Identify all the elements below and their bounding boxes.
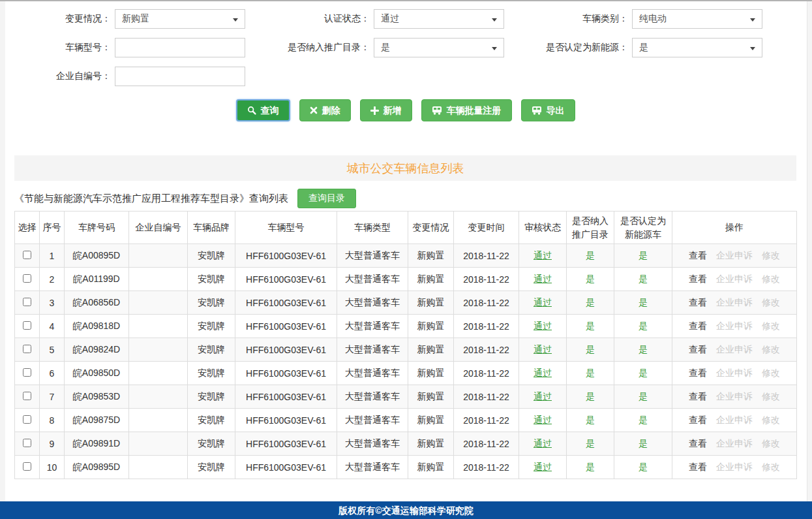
view-link[interactable]: 查看 [689,297,707,307]
modify-link[interactable]: 修改 [762,368,780,378]
audit-status-link[interactable]: 通过 [534,344,552,354]
audit-status-link[interactable]: 通过 [534,368,552,378]
company-number-input[interactable] [115,67,245,86]
delete-button-label: 删除 [322,106,340,115]
view-link[interactable]: 查看 [689,274,707,284]
column-header-12: 操作 [672,212,797,244]
operations-cell: 查看 企业申诉 修改 [672,362,797,385]
list-title-band: 城市公交车辆信息列表 [14,155,796,181]
close-icon [310,106,318,114]
audit-status-link[interactable]: 通过 [534,391,552,401]
query-button[interactable]: 查询 [236,99,290,121]
in-catalog-cell: 是 [567,362,614,385]
view-link[interactable]: 查看 [689,250,707,260]
modify-link[interactable]: 修改 [762,415,780,425]
column-header-1: 序号 [40,212,65,244]
in-catalog-cell: 是 [567,291,614,315]
company-appeal-link[interactable]: 企业申诉 [716,344,753,354]
is-new-energy-select[interactable]: 是 [632,38,762,57]
field-cert-status: 认证状态： 通过 [245,9,504,29]
audit-status-link[interactable]: 通过 [534,462,552,472]
brand-cell: 安凯牌 [188,362,235,385]
audit-status-link[interactable]: 通过 [534,415,552,425]
change-status-cell: 新购置 [408,385,454,409]
page-title: 城市公交车辆信息列表 [347,161,464,176]
row-checkbox[interactable] [23,392,31,400]
company-appeal-link[interactable]: 企业申诉 [716,250,753,260]
model-cell: HFF6100G03EV-61 [235,456,337,479]
modify-link[interactable]: 修改 [762,344,780,354]
audit-status-link[interactable]: 通过 [534,297,552,307]
query-catalog-button[interactable]: 查询目录 [297,189,356,208]
export-button-label: 导出 [547,106,565,115]
add-button-label: 新增 [383,106,402,115]
vehicle-category-select[interactable]: 纯电动 [632,9,762,29]
delete-button[interactable]: 删除 [299,99,351,121]
scrollbar-track[interactable] [807,1,812,519]
operations-cell: 查看 企业申诉 修改 [672,385,797,409]
row-checkbox[interactable] [23,298,31,306]
field-vehicle-model: 车辆型号： [14,38,245,57]
row-number-cell: 3 [40,291,65,315]
view-link[interactable]: 查看 [689,391,707,401]
company-appeal-link[interactable]: 企业申诉 [716,415,753,425]
modify-link[interactable]: 修改 [762,438,780,448]
plate-number-cell: 皖A09818D [65,315,129,338]
company-appeal-link[interactable]: 企业申诉 [716,391,753,401]
column-header-5: 车辆型号 [235,212,337,244]
audit-status-link[interactable]: 通过 [534,274,552,284]
table-row: 4 皖A09818D 安凯牌 HFF6100G03EV-61 大型普通客车 新购… [15,315,797,338]
audit-status-link[interactable]: 通过 [534,438,552,448]
change-status-select[interactable]: 新购置 [115,9,245,29]
view-link[interactable]: 查看 [689,438,707,448]
vehicle-model-input[interactable] [115,38,245,57]
company-appeal-link[interactable]: 企业申诉 [716,462,753,472]
modify-link[interactable]: 修改 [762,297,780,307]
footer: 版权所有©交通运输部科学研究院 [0,501,812,519]
row-checkbox[interactable] [23,439,31,447]
modify-link[interactable]: 修改 [762,391,780,401]
export-button[interactable]: 导出 [521,99,575,121]
batch-register-button[interactable]: 车辆批量注册 [421,99,512,121]
new-energy-cell: 是 [614,268,672,291]
audit-status-link[interactable]: 通过 [534,321,552,331]
audit-status-link[interactable]: 通过 [534,250,552,260]
row-checkbox[interactable] [23,274,31,283]
view-link[interactable]: 查看 [689,462,707,472]
table-row: 5 皖A09824D 安凯牌 HFF6100G03EV-61 大型普通客车 新购… [15,338,797,362]
modify-link[interactable]: 修改 [762,462,780,472]
column-header-8: 变更时间 [454,212,519,244]
modify-link[interactable]: 修改 [762,250,780,260]
view-link[interactable]: 查看 [689,344,707,354]
company-appeal-link[interactable]: 企业申诉 [716,297,753,307]
company-appeal-link[interactable]: 企业申诉 [716,274,753,284]
row-checkbox[interactable] [23,462,31,471]
company-appeal-link[interactable]: 企业申诉 [716,321,753,331]
view-link[interactable]: 查看 [689,415,707,425]
table-row: 1 皖A00895D 安凯牌 HFF6100G03EV-61 大型普通客车 新购… [15,244,797,268]
change-status-label: 变更情况： [14,13,115,25]
in-promotion-select[interactable]: 是 [374,38,504,57]
row-number-cell: 10 [40,456,65,479]
add-button[interactable]: 新增 [360,99,412,121]
new-energy-cell: 是 [614,244,672,268]
chevron-down-icon [233,18,238,22]
company-appeal-link[interactable]: 企业申诉 [716,368,753,378]
row-checkbox[interactable] [23,415,31,424]
copyright-text: 版权所有©交通运输部科学研究院 [338,505,473,517]
cert-status-select[interactable]: 通过 [374,9,504,29]
modify-link[interactable]: 修改 [762,321,780,331]
row-number-cell: 9 [40,432,65,456]
operations-cell: 查看 企业申诉 修改 [672,315,797,338]
view-link[interactable]: 查看 [689,321,707,331]
model-cell: HFF6100G03EV-61 [235,291,337,315]
company-appeal-link[interactable]: 企业申诉 [716,438,753,448]
main-content: 变更情况： 新购置 认证状态： 通过 车辆类别： 纯电动 [14,1,796,479]
row-checkbox[interactable] [23,251,31,259]
view-link[interactable]: 查看 [689,368,707,378]
row-checkbox[interactable] [23,321,31,330]
bus-icon [432,106,442,115]
row-checkbox[interactable] [23,345,31,353]
modify-link[interactable]: 修改 [762,274,780,284]
row-checkbox[interactable] [23,368,31,377]
